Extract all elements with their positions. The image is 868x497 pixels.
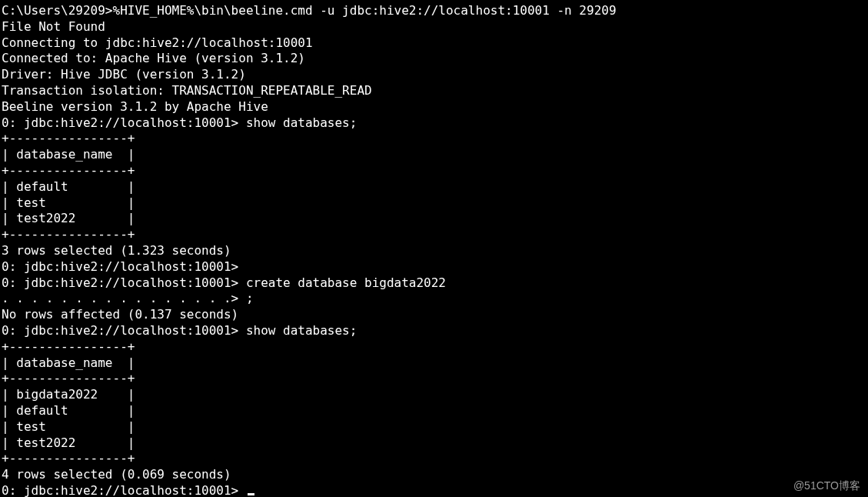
result-summary: 3 rows selected (1.323 seconds): [2, 243, 868, 259]
beeline-continuation-line: . . . . . . . . . . . . . . . .> ;: [2, 291, 868, 307]
output-line: Connecting to jdbc:hive2://localhost:100…: [2, 35, 868, 52]
cursor-icon: [248, 493, 254, 495]
table-border: +----------------+: [2, 451, 868, 467]
output-line: Beeline version 3.1.2 by Apache Hive: [2, 99, 868, 115]
result-summary: 4 rows selected (0.069 seconds): [2, 467, 868, 483]
beeline-prompt-line: 0: jdbc:hive2://localhost:10001> create …: [2, 275, 868, 292]
table-border: +----------------+: [2, 163, 868, 179]
table-row: | bigdata2022 |: [2, 387, 868, 403]
table-row: | test |: [2, 419, 868, 435]
result-summary: No rows affected (0.137 seconds): [2, 307, 868, 323]
beeline-prompt-line: 0: jdbc:hive2://localhost:10001>: [2, 259, 868, 275]
cmd-prompt-line: C:\Users\29209>%HIVE_HOME%\bin\beeline.c…: [2, 3, 868, 19]
table-row: | test2022 |: [2, 435, 868, 452]
table-border: +----------------+: [2, 131, 868, 147]
table-border: +----------------+: [2, 371, 868, 387]
table-border: +----------------+: [2, 227, 868, 243]
table-header: | database_name |: [2, 355, 868, 372]
output-line: File Not Found: [2, 19, 868, 35]
output-line: Driver: Hive JDBC (version 3.1.2): [2, 67, 868, 83]
table-header: | database_name |: [2, 147, 868, 163]
table-row: | default |: [2, 179, 868, 195]
beeline-prompt-active[interactable]: 0: jdbc:hive2://localhost:10001>: [2, 483, 868, 497]
table-row: | test2022 |: [2, 211, 868, 227]
output-line: Transaction isolation: TRANSACTION_REPEA…: [2, 83, 868, 99]
prompt-text: 0: jdbc:hive2://localhost:10001>: [2, 483, 246, 497]
table-row: | default |: [2, 403, 868, 419]
beeline-prompt-line: 0: jdbc:hive2://localhost:10001> show da…: [2, 323, 868, 339]
output-line: Connected to: Apache Hive (version 3.1.2…: [2, 51, 868, 67]
table-border: +----------------+: [2, 339, 868, 355]
watermark-text: @51CTO博客: [793, 479, 860, 492]
beeline-prompt-line: 0: jdbc:hive2://localhost:10001> show da…: [2, 115, 868, 132]
table-row: | test |: [2, 195, 868, 212]
